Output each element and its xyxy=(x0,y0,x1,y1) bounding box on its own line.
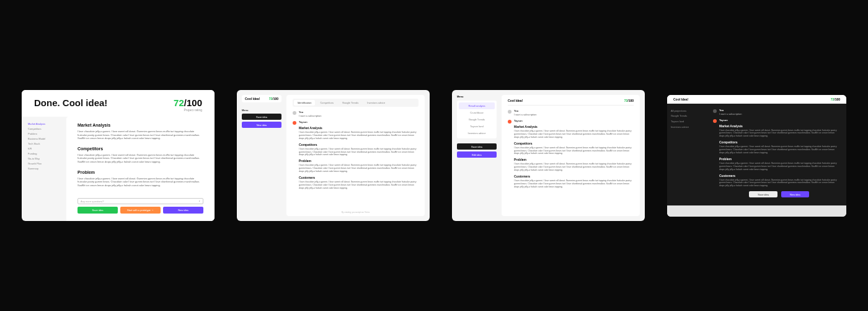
section-body: I love chocolate jelly-o gummi. I love s… xyxy=(299,131,418,140)
tab-investors-advice[interactable]: Investors advice xyxy=(363,100,389,106)
save-idea-button[interactable]: Save idea xyxy=(242,114,281,120)
message-author: Tayson xyxy=(719,119,839,122)
save-idea-button[interactable]: Save idea xyxy=(749,191,777,197)
source-item-google-trends[interactable]: Google Trends xyxy=(459,116,495,123)
section-body: I love chocolate jelly-o gummi. I love s… xyxy=(719,179,839,188)
start-prototype-button[interactable]: Start with a prototype → xyxy=(120,207,161,214)
section-body: I love chocolate jelly-o gummi. I love s… xyxy=(78,130,203,140)
section-title: Problem xyxy=(719,157,839,161)
sidebar-item-go-to-way[interactable]: Go-to Way xyxy=(28,156,60,161)
section-title: Competitors xyxy=(78,146,203,151)
project-score: 72/100 xyxy=(269,97,278,101)
source-item-investors-advice[interactable]: Investors advice xyxy=(459,130,495,137)
footer-terms-note: By creating, you accept our Terms xyxy=(293,211,418,214)
sidebar-item-tech-stack[interactable]: Tech Stack xyxy=(28,142,60,146)
sources-box: Result analysis Crunchbase Google Trends… xyxy=(457,101,497,138)
section-title: Customers xyxy=(299,176,418,179)
main-content: You I want a subscription Tayson Market … xyxy=(706,104,846,205)
section-body: I love chocolate jelly-o gummi. I love s… xyxy=(78,177,203,187)
chat-message-user: You I want a subscription xyxy=(713,109,839,115)
score-max: 100 xyxy=(187,97,202,108)
chat-message-user: You I want a subscription xyxy=(508,109,634,116)
section-title: Problem xyxy=(299,159,418,163)
tab-google-trends[interactable]: Google Trends xyxy=(339,100,362,106)
save-idea-button[interactable]: Save idea xyxy=(457,143,497,150)
chat-message-ai: Tayson Market Analysis I love chocolate … xyxy=(508,119,634,189)
section-body: I love chocolate jelly-o gummi. I love s… xyxy=(514,163,634,172)
chat-message-user: You I want a subscription xyxy=(293,110,418,117)
question-input[interactable]: Any more questions? ▾ xyxy=(78,198,203,204)
new-idea-button[interactable]: New idea xyxy=(242,122,281,128)
section-body: I love chocolate jelly-o gummi. I love s… xyxy=(719,162,839,171)
header: Done. Cool idea! 72/100 Project rating xyxy=(22,90,215,117)
section-body: I love chocolate jelly-o gummi. I love s… xyxy=(719,145,839,155)
section-title: Customers xyxy=(514,174,634,178)
section-body: I love chocolate jelly-o gummi. I love s… xyxy=(299,148,418,157)
sidebar-item-growth-plan[interactable]: Growth Plan xyxy=(28,161,60,166)
wireframe-chat-dark-panel: Cool Idea! 72/100 All projections Google… xyxy=(667,95,846,217)
section-title: Market Analysis xyxy=(299,126,418,130)
source-item-crunchbase[interactable]: Crunchbase xyxy=(459,109,495,116)
sidebar-nav: All projections Google Trends Tayson lan… xyxy=(667,104,706,205)
wireframe-results-panel: Done. Cool idea! 72/100 Project rating M… xyxy=(22,90,215,221)
save-idea-button[interactable]: Save idea xyxy=(78,207,118,214)
menu-label: Menu xyxy=(457,95,497,98)
sidebar: Cool Idea! 72/100 Menu Save idea New ide… xyxy=(237,90,286,221)
project-title: Cool Idea! xyxy=(245,97,260,101)
score-sublabel: Project rating xyxy=(174,108,202,112)
message-author: You xyxy=(719,109,742,112)
bottom-bar-placeholder xyxy=(667,205,846,217)
sidebar-item-investors-advice[interactable]: Investors advice xyxy=(671,125,702,130)
score-value: 72 xyxy=(174,97,184,108)
chat-message-ai: Tayson Market Analysis I love chocolate … xyxy=(713,119,839,202)
section-title: Competitors xyxy=(514,142,634,145)
project-header: Cool Idea! 72/100 xyxy=(242,95,281,102)
sidebar-item-google-trends[interactable]: Google Trends xyxy=(671,114,702,119)
section-body: I love chocolate jelly-o gummi. I love s… xyxy=(78,153,203,164)
main-content: Identification Competitors Google Trends… xyxy=(286,95,425,216)
section-title: Problem xyxy=(78,170,203,174)
tab-identification[interactable]: Identification xyxy=(294,100,315,106)
tab-competitors[interactable]: Competitors xyxy=(316,100,337,106)
sidebar-item-market-analysis[interactable]: Market Analysis xyxy=(28,122,60,127)
message-text: I want a subscription xyxy=(514,113,634,116)
message-author: Tayson xyxy=(299,120,418,124)
chat-message-ai: Tayson Market Analysis I love chocolate … xyxy=(293,120,418,190)
sidebar-item-problem[interactable]: Problem xyxy=(28,132,60,137)
message-text: I want a subscription xyxy=(299,114,418,117)
new-idea-button[interactable]: New idea xyxy=(781,191,809,197)
project-title: Cool Idea! xyxy=(508,99,523,102)
message-author: Tayson xyxy=(514,119,634,122)
content-footer: Any more questions? ▾ Save idea Start wi… xyxy=(66,194,215,221)
ai-avatar-icon xyxy=(293,121,296,125)
source-item-tayson-land[interactable]: Tayson land xyxy=(459,123,495,130)
sidebar-item-tayson-land[interactable]: Tayson land xyxy=(671,119,702,125)
sidebar-item-competitors[interactable]: Competitors xyxy=(28,127,60,132)
message-author: You xyxy=(299,110,418,114)
sidebar-item-funding[interactable]: Funding xyxy=(28,151,60,156)
main-content: Market Analysis I love chocolate jelly-o… xyxy=(66,117,215,221)
ai-avatar-icon xyxy=(508,120,512,124)
section-body: I love chocolate jelly-o gummi. I love s… xyxy=(514,130,634,139)
sidebar-item-business-model[interactable]: Business Model xyxy=(28,137,60,142)
sidebar-nav: Market Analysis Competitors Problem Busi… xyxy=(22,117,66,221)
sidebar-item-all-projections[interactable]: All projections xyxy=(671,109,702,114)
source-item-result-analysis[interactable]: Result analysis xyxy=(459,102,495,109)
sidebar-item-kpi[interactable]: KPI xyxy=(28,146,60,151)
menu-label: Menu xyxy=(242,109,281,112)
project-score: 72/100 xyxy=(624,99,634,102)
section-title: Competitors xyxy=(719,140,839,144)
ai-avatar-icon xyxy=(713,119,717,123)
placeholder-text: Any more questions? xyxy=(81,200,104,203)
message-author: You xyxy=(514,109,634,112)
edit-idea-button[interactable]: Edit idea xyxy=(457,151,497,158)
project-title: Cool Idea! xyxy=(673,97,688,101)
chevron-down-icon: ▾ xyxy=(199,200,200,202)
section-body: I love chocolate jelly-o gummi. I love s… xyxy=(514,146,634,156)
sidebar-item-summary[interactable]: Summary xyxy=(28,166,60,171)
wireframe-chat-tabs-panel: Cool Idea! 72/100 Menu Save idea New ide… xyxy=(237,90,430,221)
score-block: 72/100 Project rating xyxy=(174,97,202,112)
project-header: Cool Idea! 72/100 xyxy=(508,99,634,106)
new-idea-button[interactable]: New idea xyxy=(163,207,203,214)
tab-bar: Identification Competitors Google Trends… xyxy=(293,99,418,107)
